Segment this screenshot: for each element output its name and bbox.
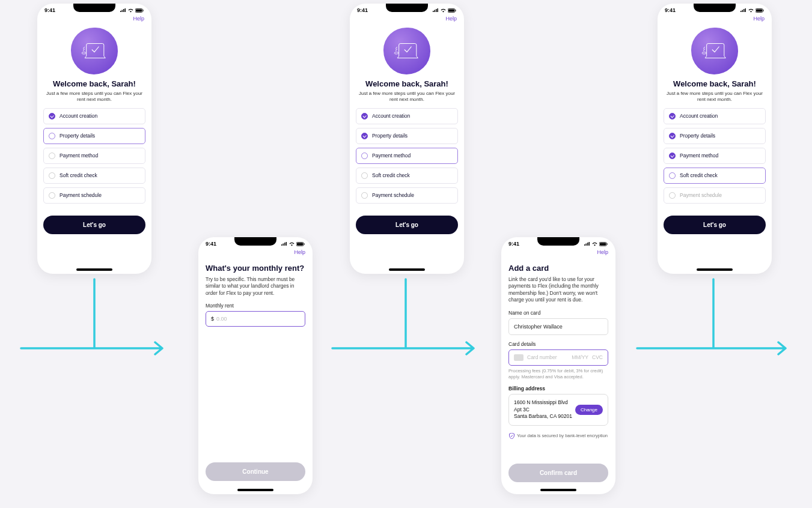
status-icons [120, 8, 144, 13]
step-property-details[interactable]: Property details [356, 128, 458, 144]
step-account-creation[interactable]: Account creation [664, 108, 766, 124]
wifi-icon [288, 242, 295, 246]
signal-icon [281, 242, 287, 246]
signal-icon [120, 8, 126, 13]
svg-rect-1 [136, 9, 142, 11]
step-property-details[interactable]: Property details [664, 128, 766, 144]
notch [234, 237, 276, 246]
billing-label: Billing address [508, 386, 608, 392]
confirm-card-button[interactable]: Confirm card [508, 464, 608, 482]
home-indicator [540, 489, 576, 491]
circle-icon [669, 192, 676, 199]
help-link[interactable]: Help [133, 16, 144, 22]
step-property-details[interactable]: Property details [43, 128, 145, 144]
check-icon [669, 113, 676, 119]
step-soft-credit-check[interactable]: Soft credit check [664, 168, 766, 184]
fee-fine-print: Processing fees (0.75% for debit, 3% for… [508, 368, 608, 380]
help-link[interactable]: Help [294, 249, 305, 255]
battery-icon [599, 242, 608, 246]
help-link[interactable]: Help [753, 16, 765, 22]
welcome-title: Welcome back, Sarah! [658, 79, 772, 88]
circle-icon [361, 192, 368, 199]
rent-body: Try to be specific. This number must be … [206, 276, 305, 297]
wifi-icon [748, 8, 754, 13]
circle-icon [49, 133, 55, 139]
rent-input[interactable]: $ 0.00 [206, 311, 305, 327]
signal-icon [740, 8, 746, 13]
step-payment-method[interactable]: Payment method [356, 148, 458, 164]
welcome-subtitle: Just a few more steps until you can Flex… [37, 88, 151, 108]
svg-rect-13 [607, 243, 608, 245]
check-icon [669, 153, 676, 159]
signal-icon [584, 242, 590, 246]
svg-point-10 [394, 52, 398, 54]
step-payment-schedule[interactable]: Payment schedule [356, 187, 458, 204]
lets-go-button[interactable]: Let's go [43, 216, 145, 234]
notch [386, 4, 428, 12]
lets-go-button[interactable]: Let's go [356, 216, 458, 234]
name-label: Name on card [508, 310, 608, 316]
lets-go-button[interactable]: Let's go [664, 216, 766, 234]
svg-rect-15 [756, 9, 762, 11]
addr-line-2: Apt 3C [514, 407, 572, 413]
flow-arrow-3 [634, 276, 796, 360]
monthly-rent-screen: 9:41 Help What's your monthly rent? Try … [198, 237, 313, 494]
home-indicator [697, 268, 733, 271]
name-input[interactable]: Christopher Wallace [508, 318, 608, 335]
step-soft-credit-check[interactable]: Soft credit check [356, 168, 458, 184]
welcome-title: Welcome back, Sarah! [350, 79, 464, 88]
battery-icon [756, 8, 765, 13]
step-payment-schedule[interactable]: Payment schedule [43, 187, 145, 204]
home-indicator [237, 489, 273, 491]
laptop-check-icon [700, 39, 730, 63]
add-card-title: Add a card [508, 264, 608, 273]
continue-button[interactable]: Continue [206, 462, 305, 481]
status-icons [584, 242, 608, 246]
card-number-placeholder: Card number [527, 354, 568, 360]
svg-rect-5 [297, 243, 303, 245]
add-card-screen: 9:41 Help Add a card Link the card you'd… [501, 237, 615, 494]
rent-placeholder: 0.00 [216, 316, 227, 322]
hero-illustration [350, 25, 464, 79]
wifi-icon [440, 8, 447, 13]
card-icon [514, 354, 524, 361]
secure-note: Your data is secured by bank-level encry… [508, 433, 608, 439]
wifi-icon [591, 242, 598, 246]
svg-point-17 [702, 52, 706, 54]
svg-rect-9 [456, 10, 456, 11]
notch [694, 4, 736, 12]
rent-label: Monthly rent [206, 303, 305, 309]
step-payment-method[interactable]: Payment method [664, 148, 766, 164]
home-indicator [389, 268, 425, 271]
notch [537, 237, 579, 246]
check-icon [361, 113, 368, 119]
hero-illustration [37, 25, 151, 79]
step-account-creation[interactable]: Account creation [43, 108, 145, 124]
step-soft-credit-check[interactable]: Soft credit check [43, 168, 145, 184]
battery-icon [448, 8, 457, 13]
card-details-label: Card details [508, 341, 608, 347]
flow-arrow-2 [329, 276, 486, 360]
change-address-button[interactable]: Change [575, 405, 603, 415]
wifi-icon [127, 8, 134, 13]
card-number-input[interactable]: Card number MM/YY CVC [508, 349, 608, 366]
status-time: 9:41 [206, 241, 216, 247]
status-icons [281, 242, 305, 246]
step-account-creation[interactable]: Account creation [356, 108, 458, 124]
step-payment-schedule[interactable]: Payment schedule [664, 187, 766, 204]
laptop-check-icon [392, 39, 422, 63]
step-payment-method[interactable]: Payment method [43, 148, 145, 164]
hero-illustration [658, 25, 772, 79]
circle-icon [361, 172, 368, 179]
shield-icon [509, 433, 514, 439]
help-link[interactable]: Help [445, 16, 457, 22]
circle-icon [49, 192, 55, 199]
addr-line-3: Santa Barbara, CA 90201 [514, 413, 572, 420]
svg-point-3 [82, 52, 86, 54]
billing-address-card: 1600 N Mississippi Blvd Apt 3C Santa Bar… [508, 394, 608, 425]
exp-placeholder: MM/YY [572, 354, 588, 360]
svg-rect-16 [763, 10, 764, 11]
help-link[interactable]: Help [597, 249, 608, 255]
svg-rect-12 [600, 243, 606, 245]
rent-title: What's your monthly rent? [206, 264, 305, 273]
